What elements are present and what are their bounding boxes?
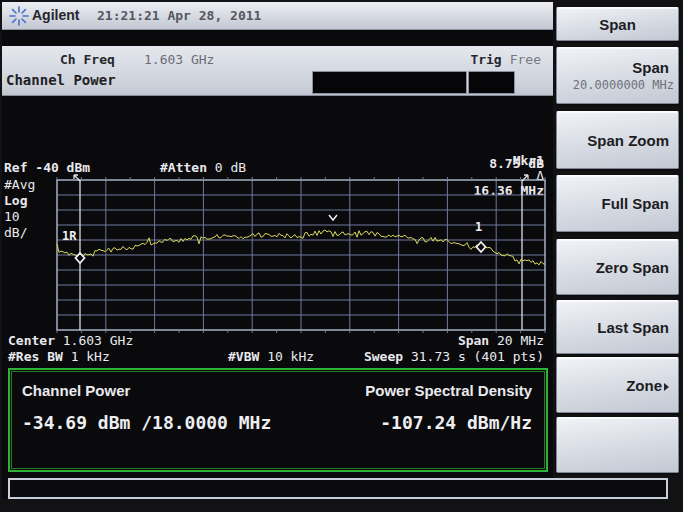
ref-label: Ref — [4, 160, 27, 175]
softkey-label: Span — [557, 59, 678, 76]
datetime-readout: 21:21:21 Apr 28, 2011 — [97, 8, 261, 23]
sweep-label: Sweep — [364, 349, 403, 364]
scale-per-div-unit: dB/ — [4, 225, 27, 240]
softkey-span-zoom[interactable]: Span Zoom — [556, 111, 679, 169]
trig-value: Free — [510, 52, 541, 67]
active-function-field — [312, 71, 467, 94]
channel-power-value: -34.69 dBm /18.0000 MHz — [22, 412, 271, 433]
vbw-label: #VBW — [228, 349, 259, 364]
atten-value: 0 dB — [215, 160, 246, 175]
spectrum-analyzer-screen: Agilent 21:21:21 Apr 28, 2011 Ch Freq 1.… — [0, 0, 683, 512]
span-value: 20 MHz — [497, 333, 544, 348]
trigger-readout: TrigFree — [470, 52, 541, 67]
rbw-value: 1 kHz — [71, 349, 110, 364]
measurement-mode-label: Channel Power — [6, 72, 116, 88]
softkey-zone[interactable]: Zone — [556, 357, 679, 413]
softkey-value: 20.0000000 MHz — [557, 78, 678, 92]
softkey-zero-span[interactable]: Zero Span — [556, 239, 679, 295]
psd-heading: Power Spectral Density — [365, 382, 532, 399]
span-readout: Span 20 MHz — [458, 333, 544, 348]
rbw-readout: #Res BW 1 kHz — [8, 349, 110, 364]
channel-power-heading: Channel Power — [22, 382, 130, 399]
softkey-span-value[interactable]: Span 20.0000000 MHz — [556, 47, 679, 104]
atten-readout: #Atten 0 dB — [160, 160, 246, 175]
bottom-status-strip — [8, 478, 668, 499]
marker-delta-freq: 16.36 MHz — [474, 183, 544, 198]
agilent-logo-icon — [9, 6, 29, 26]
sweep-value: 31.73 s (401 pts) — [411, 349, 544, 364]
measurement-bar: Ch Freq 1.603 GHz TrigFree Channel Power — [2, 46, 553, 96]
scale-per-div-value: 10 — [4, 209, 20, 224]
ch-freq-label: Ch Freq — [60, 52, 115, 67]
softkey-label: Full Span — [557, 195, 678, 212]
ref-level-readout: Ref -40 dBm — [4, 160, 90, 175]
menu-title-label: Span — [557, 16, 678, 33]
softkey-blank[interactable] — [556, 417, 679, 473]
softkey-menu-title: Span — [556, 7, 679, 41]
psd-value: -107.24 dBm/Hz — [380, 412, 532, 433]
vbw-value: 10 kHz — [267, 349, 314, 364]
vbw-readout: #VBW 10 kHz — [228, 349, 314, 364]
avg-indicator: #Avg — [4, 177, 35, 192]
ch-freq-value: 1.603 GHz — [144, 52, 214, 67]
center-freq-readout: Center 1.603 GHz — [8, 333, 133, 348]
softkey-full-span[interactable]: Full Span — [556, 175, 679, 232]
atten-label: #Atten — [160, 160, 207, 175]
submenu-arrow-icon — [664, 383, 669, 391]
sweep-readout: Sweep 31.73 s (401 pts) — [364, 349, 544, 364]
top-status-bar: Agilent 21:21:21 Apr 28, 2011 — [2, 2, 553, 30]
softkey-label: Last Span — [557, 319, 678, 336]
softkey-last-span[interactable]: Last Span — [556, 300, 679, 354]
center-value: 1.603 GHz — [63, 333, 133, 348]
marker-delta-amplitude: 8.75 dB — [489, 156, 544, 171]
active-function-unit-field — [468, 71, 515, 94]
center-label: Center — [8, 333, 55, 348]
measurement-results-box: Channel Power Power Spectral Density -34… — [8, 368, 548, 472]
zone-label: Zone — [626, 377, 662, 394]
span-label: Span — [458, 333, 489, 348]
marker-delta-readout: Mkr1 Δ 16.36 MHz — [442, 138, 544, 213]
softkey-label: Zone — [557, 377, 678, 394]
softkey-label: Zero Span — [557, 259, 678, 276]
ref-value: -40 dBm — [35, 160, 90, 175]
trig-label: Trig — [470, 52, 501, 67]
scale-type-label: Log — [4, 193, 27, 208]
brand-name: Agilent — [32, 7, 79, 23]
softkey-label: Span Zoom — [557, 132, 678, 149]
rbw-label: #Res BW — [8, 349, 63, 364]
